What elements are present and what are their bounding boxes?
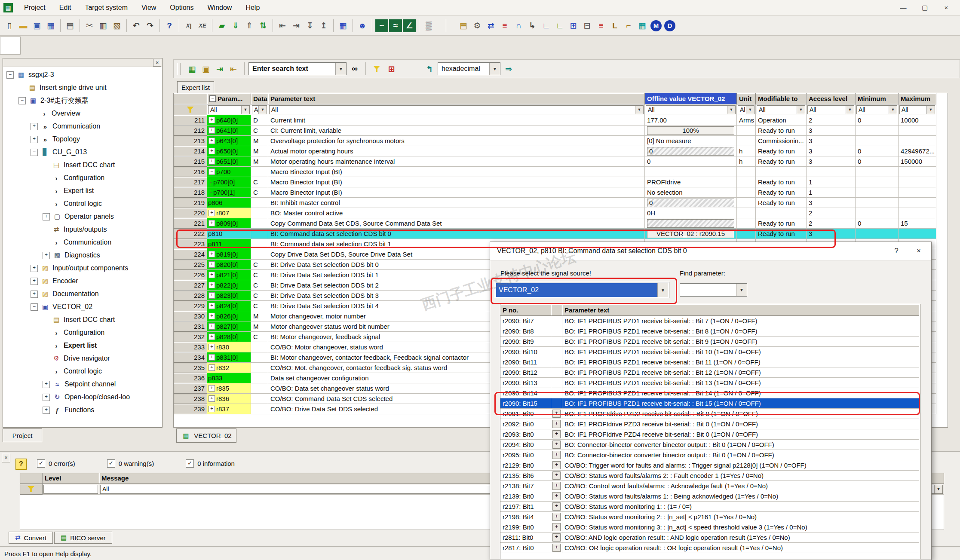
signal-row-r2198-bit4[interactable]: r2198: Bit4+CO/BO: Status word monitorin… (500, 512, 920, 522)
insert-left-icon[interactable]: ⇤ (276, 19, 289, 32)
expand-box[interactable]: + (552, 420, 561, 428)
tree-item-configuration[interactable]: ›Configuration (4, 171, 161, 184)
tree-item-control-logic[interactable]: ›Control logic (4, 197, 161, 210)
open-project-icon[interactable]: ▬ (17, 19, 30, 32)
filter-table-icon[interactable]: ⊞ (385, 62, 398, 75)
expand-box[interactable]: + (43, 381, 50, 388)
expand-box[interactable]: + (209, 251, 215, 257)
tree-item-insert-single-drive-unit[interactable]: ▤Insert single drive unit (4, 81, 161, 94)
expand-box[interactable]: + (43, 252, 50, 259)
tree-item-expert-list[interactable]: ›Expert list (4, 339, 161, 352)
value-cell[interactable]: [0] No measure (645, 136, 737, 146)
param-cell[interactable]: +p822[0] (207, 280, 251, 291)
expand-box[interactable]: + (552, 533, 561, 542)
filter-combo[interactable] (43, 485, 98, 494)
checkbox-icon[interactable]: ✓ (107, 459, 115, 468)
checkbox-0-information[interactable]: ✓0 information (186, 459, 235, 468)
minimize-button[interactable]: — (899, 4, 908, 12)
expand-box[interactable]: + (209, 334, 215, 340)
expand-box[interactable]: + (209, 158, 215, 165)
expand-box[interactable]: + (209, 272, 215, 278)
save-project-icon[interactable]: ▣ (31, 19, 43, 32)
maximize-button[interactable]: ▢ (920, 4, 929, 12)
chevron-down-icon[interactable]: ▼ (727, 106, 735, 114)
arrange-windows-icon[interactable]: ▒ (422, 19, 435, 32)
motor-module-icon[interactable]: M (650, 20, 662, 31)
chevron-down-icon[interactable]: ▼ (241, 106, 249, 114)
param-cell[interactable]: +p824[0] (207, 301, 251, 311)
expand-box[interactable]: + (209, 395, 215, 402)
load-device-icon[interactable]: ↧ (304, 19, 316, 32)
param-row-r807[interactable]: 220+r807BO: Master control active0H2 (174, 208, 936, 218)
collapse-box[interactable]: − (209, 168, 215, 175)
param-cell[interactable]: +p821[0] (207, 270, 251, 280)
col-header-data[interactable]: Data (251, 93, 268, 104)
free-telegram-icon[interactable]: ⊞ (567, 19, 580, 32)
collapse-box[interactable]: − (18, 97, 26, 104)
tab-vector-02[interactable]: ▦ VECTOR_02 (176, 428, 236, 443)
col-header-modifiable-to[interactable]: Modifiable to (756, 93, 807, 104)
connect-target-icon[interactable]: ▰ (215, 19, 228, 32)
ramp-up-icon[interactable]: ∟ (540, 19, 552, 32)
download-project-icon[interactable]: ⇓ (229, 19, 242, 32)
stop-rail-icon[interactable]: ≡ (595, 19, 607, 32)
tree-item-control-logic[interactable]: ›Control logic (4, 365, 161, 378)
tree-item-diagnostics[interactable]: +▩Diagnostics (4, 249, 161, 262)
chevron-down-icon[interactable]: ▼ (926, 106, 935, 114)
tree-item-encoder[interactable]: +▨Encoder (4, 275, 161, 288)
expand-box[interactable]: + (43, 407, 50, 414)
tab-project[interactable]: Project (3, 428, 42, 442)
tree-item-open-loop-closed-loo[interactable]: +↻Open-loop/closed-loo (4, 391, 161, 404)
param-row-p641-0[interactable]: 212+p641[0]CCI: Current limit, variable1… (174, 125, 936, 136)
value-cell[interactable] (645, 167, 737, 177)
param-row-p700[interactable]: 216−p700Macro Binector Input (BI) (174, 167, 936, 177)
signal-row-r2090-bit8[interactable]: r2090: Bit8BO: IF1 PROFIBUS PZD1 receive… (500, 326, 920, 337)
limit-low-icon[interactable]: L (608, 19, 621, 32)
alarm-panel-close-icon[interactable]: × (2, 454, 10, 462)
expand-box[interactable]: + (31, 278, 38, 285)
signal-row-r2090-bit15[interactable]: r2090: Bit15BO: IF1 PROFIBUS PZD1 receiv… (500, 398, 920, 409)
chevron-down-icon[interactable]: ▼ (657, 283, 668, 297)
param-cell[interactable]: p833 (207, 373, 251, 383)
dialog-title-bar[interactable]: VECTOR_02, p810 BI: Command data set sel… (490, 242, 931, 260)
tree-item-functions[interactable]: +ƒFunctions (4, 404, 161, 416)
tree-item-vector-02[interactable]: −▣VECTOR_02 (4, 300, 161, 313)
expand-box[interactable]: + (43, 213, 50, 220)
chevron-down-icon[interactable]: ▼ (258, 106, 267, 114)
find-parameter-select[interactable]: ▼ (680, 283, 747, 297)
param-cell[interactable]: ├p700[0] (207, 177, 251, 187)
value-cell[interactable] (645, 218, 737, 229)
filter-combo[interactable]: All▼ (856, 105, 897, 114)
col-header-param[interactable]: −Param... (207, 93, 251, 104)
param-cell[interactable]: +r836 (207, 394, 251, 404)
data-log-icon[interactable]: ▦ (337, 19, 350, 32)
expand-box[interactable]: + (209, 127, 215, 134)
signal-row-r2090-bit11[interactable]: r2090: Bit11BO: IF1 PROFIBUS PZD1 receiv… (500, 357, 920, 367)
expand-box[interactable]: + (552, 410, 561, 418)
back-arrow-icon[interactable]: ↰ (423, 62, 436, 75)
collapse-box[interactable]: − (6, 71, 14, 79)
param-cell[interactable]: +p651[0] (207, 156, 251, 167)
signal-row-r2094-bit0[interactable]: r2094: Bit0+BO: Connector-binector conve… (500, 440, 920, 450)
copy-icon[interactable]: ▥ (97, 19, 110, 32)
param-cell[interactable]: +r830 (207, 342, 251, 352)
param-cell[interactable]: +r807 (207, 208, 251, 218)
param-cell[interactable]: +p643[0] (207, 136, 251, 146)
signal-row-r2090-bit7[interactable]: r2090: Bit7BO: IF1 PROFIBUS PZD1 receive… (500, 316, 920, 326)
tree-item-insert-dcc-chart[interactable]: ▤Insert DCC chart (4, 159, 161, 171)
tree-item-operator-panels[interactable]: +▢Operator panels (4, 210, 161, 223)
signal-row-r2093-bit0[interactable]: r2093: Bit0+BO: IF1 PROFIdrive PZD4 rece… (500, 429, 920, 440)
value-cell[interactable]: PROFIdrive (645, 177, 737, 187)
tree-item-expert-list[interactable]: ›Expert list (4, 184, 161, 197)
param-cell[interactable]: +p640[0] (207, 115, 251, 125)
gear-icon[interactable]: ⚙ (471, 19, 484, 32)
signal-row-r2095-bit0[interactable]: r2095: Bit0+BO: Connector-binector conve… (500, 450, 920, 460)
expert-open-icon[interactable]: ▣ (199, 62, 212, 75)
tree-panel-grip[interactable]: × (3, 58, 162, 67)
drive-object-icon[interactable]: D (664, 20, 675, 31)
tree-item-2-3[interactable]: −▣2-3#走行变频器 (4, 94, 161, 107)
expert-export-icon[interactable]: ⇤ (227, 62, 240, 75)
tree-panel-close-icon[interactable]: × (153, 59, 161, 67)
expand-box[interactable]: + (31, 136, 38, 143)
checkbox-0-warning-s[interactable]: ✓0 warning(s) (107, 459, 154, 468)
